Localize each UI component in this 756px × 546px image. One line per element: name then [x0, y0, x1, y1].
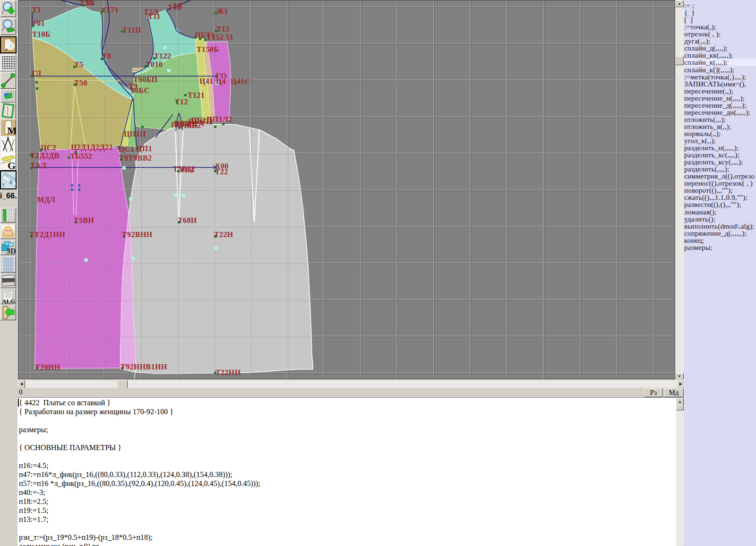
- svg-text:Ц41: Ц41: [199, 77, 214, 85]
- svg-text:Т121: Т121: [188, 91, 205, 99]
- svg-text:Т5: Т5: [74, 60, 83, 68]
- svg-text:Ж1: Ж1: [216, 7, 228, 15]
- svg-text:Т50: Т50: [74, 79, 87, 87]
- svg-text:Т10Б: Т10Б: [32, 30, 51, 38]
- svg-text:Т9Т9ВВ2: Т9Т9ВВ2: [119, 154, 152, 162]
- svg-text:МДЛ: МДЛ: [37, 196, 55, 204]
- svg-text:Т8: Т8: [102, 52, 111, 60]
- svg-text:Т1: Т1: [32, 6, 41, 14]
- svg-text:Т11: Т11: [148, 12, 161, 20]
- svg-text:Т4: Т4: [86, 0, 94, 7]
- svg-text:ALG: ALG: [2, 298, 15, 304]
- svg-text:Т11П: Т11П: [122, 26, 141, 34]
- svg-text:Т22: Т22: [215, 168, 228, 176]
- svg-text:Т92ВНН: Т92ВНН: [122, 230, 153, 239]
- svg-text:ТБ2: ТБ2: [180, 166, 194, 174]
- svg-text:ТБ552: ТБ552: [70, 152, 92, 160]
- svg-text:Т2Д2ДВ: Т2Д2ДВ: [30, 152, 60, 160]
- svg-text:хТ71: хТ71: [102, 6, 119, 14]
- svg-text:Ц41С: Ц41С: [231, 77, 250, 86]
- svg-text:ГЛ: ГЛ: [32, 69, 42, 77]
- svg-text:ЦС2: ЦС2: [41, 144, 56, 152]
- svg-text:ТАЛ: ТАЛ: [30, 162, 47, 170]
- svg-text:7: 7: [2, 182, 5, 188]
- svg-text:Т92ННВ1НН: Т92ННВ1НН: [120, 363, 167, 371]
- svg-text:Т20НН: Т20НН: [35, 363, 60, 371]
- svg-text:G: G: [8, 160, 16, 170]
- svg-text:M: M: [7, 125, 16, 136]
- svg-text:Тб: Тб: [173, 2, 182, 10]
- svg-text:ЦП1: ЦП1: [136, 145, 152, 153]
- svg-text:ПБ1Л: ПБ1Л: [191, 116, 212, 124]
- svg-text:Т150Б: Т150Б: [197, 45, 219, 53]
- svg-text:3D: 3D: [7, 247, 16, 255]
- svg-text:Т122: Т122: [154, 52, 171, 60]
- svg-text:Т01: Т01: [32, 19, 45, 27]
- svg-text:ТТ2Д1НН: ТТ2Д1НН: [29, 230, 65, 239]
- svg-text:Т22НН: Т22НН: [215, 368, 241, 376]
- svg-text:Т010: Т010: [146, 60, 163, 68]
- svg-text:ЦП1П: ЦП1П: [124, 130, 146, 138]
- svg-text:Т5ВН: Т5ВН: [74, 216, 94, 224]
- svg-text:Т15: Т15: [216, 25, 230, 33]
- svg-text:Т152 51: Т152 51: [206, 33, 233, 41]
- svg-text:П6: П6: [171, 121, 181, 129]
- svg-text:Т22Н: Т22Н: [214, 230, 233, 239]
- svg-text:Т12: Т12: [175, 98, 188, 106]
- svg-text:Т68Н: Т68Н: [178, 216, 197, 224]
- svg-text:90БС: 90БС: [131, 86, 150, 94]
- svg-text:Ц2Д1Д2Д21: Ц2Д1Д2Д21: [71, 143, 113, 152]
- svg-text:Ц4: Ц4: [216, 77, 226, 86]
- svg-text:ЦС1: ЦС1: [119, 145, 134, 154]
